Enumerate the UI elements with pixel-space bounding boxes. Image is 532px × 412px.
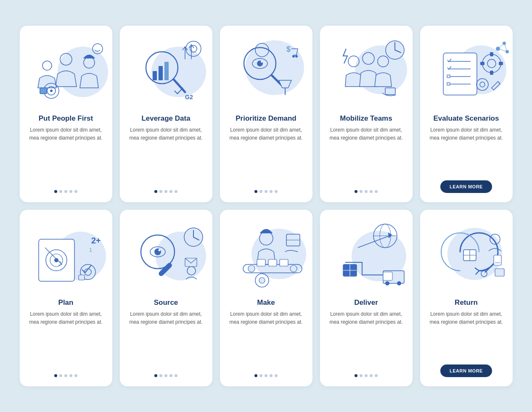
svg-point-75 — [158, 249, 160, 251]
card-dots-prioritize-demand — [254, 190, 278, 193]
dot-3[interactable] — [370, 190, 373, 193]
illustration-make — [220, 210, 312, 294]
dot-2[interactable] — [64, 374, 67, 377]
svg-point-101 — [397, 281, 401, 285]
dot-0[interactable] — [254, 190, 257, 193]
svg-point-91 — [259, 277, 265, 283]
svg-point-85 — [248, 265, 255, 272]
card-dots-plan — [54, 374, 77, 377]
dot-1[interactable] — [59, 190, 62, 193]
dot-3[interactable] — [169, 190, 172, 193]
dot-3[interactable] — [69, 374, 72, 377]
dot-1[interactable] — [360, 190, 363, 193]
svg-rect-99 — [383, 272, 392, 280]
card-title-deliver: Deliver — [354, 298, 378, 307]
dot-2[interactable] — [365, 190, 368, 193]
dot-4[interactable] — [275, 190, 278, 193]
dot-0[interactable] — [355, 190, 357, 193]
dot-1[interactable] — [360, 374, 363, 377]
illustration-return — [420, 210, 513, 294]
dot-3[interactable] — [169, 374, 172, 377]
dot-4[interactable] — [74, 374, 77, 377]
card-body-deliver: Lorem ipsum dolor sit dim amet, mea regi… — [328, 310, 405, 367]
dot-2[interactable] — [164, 374, 167, 377]
card-body-put-people-first: Lorem ipsum dolor sit dim amet, mea regi… — [27, 126, 105, 183]
dot-4[interactable] — [375, 374, 378, 377]
dot-0[interactable] — [154, 374, 157, 377]
dot-0[interactable] — [254, 374, 257, 377]
card-source: SourceLorem ipsum dolor sit dim amet, me… — [120, 210, 212, 386]
card-body-leverage-data: Lorem ipsum dolor sit dim amet, mea regi… — [127, 126, 205, 183]
svg-rect-88 — [268, 259, 277, 266]
card-return: ReturnLorem ipsum dolor sit dim amet, me… — [420, 210, 513, 386]
illustration-prioritize-demand: $ — [220, 26, 312, 110]
learn-more-button-return[interactable]: LEARN MORE — [440, 364, 492, 377]
card-title-put-people-first: Put People First — [39, 114, 93, 123]
dot-0[interactable] — [355, 374, 357, 377]
learn-more-button-evaluate-scenarios[interactable]: LEARN MORE — [440, 180, 492, 193]
svg-line-59 — [504, 43, 507, 52]
dot-1[interactable] — [259, 374, 262, 377]
dot-3[interactable] — [270, 190, 273, 193]
svg-rect-7 — [40, 88, 47, 94]
card-put-people-first: Put People FirstLorem ipsum dolor sit di… — [20, 26, 112, 202]
svg-point-52 — [480, 82, 485, 87]
svg-rect-50 — [499, 62, 503, 65]
card-title-source: Source — [154, 298, 178, 307]
dot-1[interactable] — [259, 190, 262, 193]
dot-2[interactable] — [265, 190, 267, 193]
dot-2[interactable] — [64, 190, 67, 193]
svg-point-100 — [385, 281, 389, 285]
dot-4[interactable] — [375, 190, 378, 193]
dot-0[interactable] — [154, 190, 157, 193]
dot-4[interactable] — [275, 374, 278, 377]
svg-rect-12 — [153, 71, 157, 80]
card-dots-deliver — [355, 374, 378, 377]
dot-2[interactable] — [265, 374, 267, 377]
card-evaluate-scenarios: Evaluate ScenariosLorem ipsum dolor sit … — [420, 26, 513, 202]
illustration-plan: 2+ 1 — [20, 210, 112, 294]
dot-4[interactable] — [175, 190, 177, 193]
card-grid: Put People FirstLorem ipsum dolor sit di… — [20, 26, 513, 386]
card-mobilize-teams: Mobilize TeamsLorem ipsum dolor sit dim … — [320, 26, 413, 202]
dot-3[interactable] — [270, 374, 273, 377]
card-dots-put-people-first — [54, 190, 77, 193]
card-make: MakeLorem ipsum dolor sit dim amet, mea … — [220, 210, 312, 386]
card-dots-mobilize-teams — [355, 190, 378, 193]
card-dots-source — [154, 374, 177, 377]
illustration-mobilize-teams — [320, 26, 413, 110]
card-title-prioritize-demand: Prioritize Demand — [236, 114, 296, 123]
svg-rect-14 — [164, 62, 169, 80]
dot-0[interactable] — [54, 374, 57, 377]
dot-1[interactable] — [159, 374, 162, 377]
dot-3[interactable] — [370, 374, 373, 377]
card-title-evaluate-scenarios: Evaluate Scenarios — [434, 114, 499, 123]
illustration-put-people-first — [20, 26, 112, 110]
card-title-return: Return — [455, 298, 478, 307]
dot-4[interactable] — [175, 374, 177, 377]
dot-2[interactable] — [164, 190, 167, 193]
card-body-return: Lorem ipsum dolor sit dim amet, mea regi… — [428, 310, 505, 359]
card-title-make: Make — [257, 298, 275, 307]
svg-text:1: 1 — [89, 247, 92, 253]
dot-0[interactable] — [54, 190, 57, 193]
illustration-deliver — [320, 210, 413, 294]
svg-text:G2: G2 — [185, 94, 193, 100]
card-body-mobilize-teams: Lorem ipsum dolor sit dim amet, mea regi… — [328, 126, 405, 183]
svg-line-57 — [498, 43, 504, 49]
svg-rect-89 — [280, 259, 288, 266]
illustration-leverage-data: G2 — [120, 26, 212, 110]
svg-point-29 — [292, 55, 295, 58]
svg-point-46 — [487, 59, 496, 68]
dot-1[interactable] — [159, 190, 162, 193]
card-body-plan: Lorem ipsum dolor sit dim amet, mea regi… — [27, 310, 105, 367]
svg-rect-44 — [447, 82, 450, 85]
card-plan: 2+ 1 PlanLorem ipsum dolor sit dim amet,… — [20, 210, 112, 386]
dot-4[interactable] — [74, 190, 77, 193]
dot-3[interactable] — [69, 190, 72, 193]
card-body-make: Lorem ipsum dolor sit dim amet, mea regi… — [228, 310, 305, 367]
card-body-prioritize-demand: Lorem ipsum dolor sit dim amet, mea regi… — [228, 126, 305, 183]
dot-1[interactable] — [59, 374, 62, 377]
dot-2[interactable] — [365, 374, 368, 377]
card-dots-make — [254, 374, 278, 377]
